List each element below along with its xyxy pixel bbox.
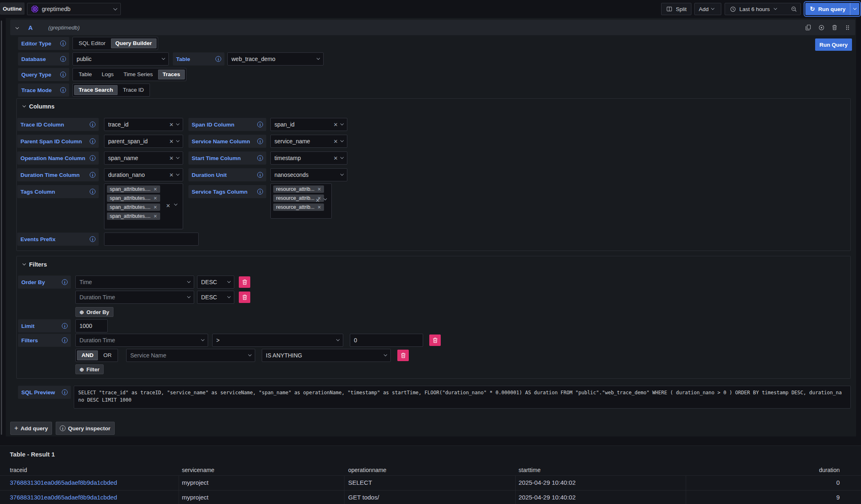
info-icon[interactable]: i <box>62 337 68 343</box>
query-type-traces[interactable]: Traces <box>158 70 185 79</box>
column-header-servicename[interactable]: servicename <box>182 465 338 475</box>
trace-mode-search[interactable]: Trace Search <box>74 85 118 95</box>
database-select[interactable]: public <box>73 52 169 66</box>
add-filter-button[interactable]: ⊕ Filter <box>75 364 104 374</box>
remove-chip-icon[interactable]: ✕ <box>317 205 321 210</box>
duplicate-query-icon[interactable] <box>804 24 812 31</box>
panel-run-query-button[interactable]: Run Query <box>815 38 852 51</box>
info-icon[interactable]: i <box>60 72 66 77</box>
column-header-operationname[interactable]: operationname <box>348 465 508 475</box>
trace-mode-id[interactable]: Trace ID <box>118 85 148 95</box>
drag-handle-icon[interactable] <box>844 24 851 31</box>
remove-order-by-button[interactable] <box>239 276 250 288</box>
info-icon[interactable]: i <box>60 41 66 46</box>
run-query-button[interactable]: ↻ Run query <box>805 3 850 15</box>
filter-operator-select[interactable]: > <box>212 334 343 347</box>
info-icon[interactable]: i <box>62 389 68 395</box>
remove-chip-icon[interactable]: ✕ <box>153 214 157 219</box>
or-option[interactable]: OR <box>99 350 116 360</box>
outline-tab[interactable]: Outline <box>0 2 25 15</box>
clear-all-icon[interactable]: ✕ <box>315 198 320 203</box>
clear-icon[interactable]: ✕ <box>169 156 174 161</box>
info-icon[interactable]: i <box>257 172 263 178</box>
order-by-direction-select[interactable]: DESC <box>197 276 234 289</box>
events-prefix-input[interactable] <box>104 233 199 246</box>
duration-unit-select[interactable]: nanoseconds <box>270 168 347 181</box>
remove-chip-icon[interactable]: ✕ <box>153 205 157 210</box>
add-order-by-button[interactable]: ⊕ Order By <box>75 307 113 317</box>
clear-all-icon[interactable]: ✕ <box>166 203 170 208</box>
operation-name-column-select[interactable]: span_name ✕ <box>104 151 183 165</box>
service-tags-multiselect[interactable]: resource_attrib...✕ resource_attrib...✕ … <box>270 183 332 219</box>
add-query-button[interactable]: + Add query <box>10 422 52 435</box>
clear-icon[interactable]: ✕ <box>169 139 174 144</box>
split-button[interactable]: Split <box>661 3 691 15</box>
run-query-dropdown[interactable] <box>850 3 859 15</box>
clear-icon[interactable]: ✕ <box>169 172 174 178</box>
time-range-picker[interactable]: Last 6 hours <box>725 3 788 15</box>
query-row-header[interactable]: A (greptimedb) <box>10 20 855 35</box>
info-icon[interactable]: i <box>90 172 95 178</box>
hide-response-eye-icon[interactable] <box>818 24 825 31</box>
service-name-column-select[interactable]: service_name ✕ <box>270 135 347 148</box>
parent-span-id-column-select[interactable]: parent_span_id ✕ <box>104 135 183 148</box>
order-by-direction-select-2[interactable]: DESC <box>197 291 234 304</box>
duration-time-column-select[interactable]: duration_nano ✕ <box>104 168 183 181</box>
query-type-logs[interactable]: Logs <box>97 70 118 79</box>
and-option[interactable]: AND <box>77 350 98 360</box>
info-icon[interactable]: i <box>60 56 66 62</box>
info-icon[interactable]: i <box>62 279 68 285</box>
info-icon[interactable]: i <box>60 87 66 93</box>
query-inspector-button[interactable]: i Query inspector <box>56 422 115 435</box>
filters-section-title[interactable]: Filters <box>23 260 47 269</box>
info-icon[interactable]: i <box>257 122 263 127</box>
trace-id-column-select[interactable]: trace_id ✕ <box>104 118 183 131</box>
query-type-table[interactable]: Table <box>74 70 96 79</box>
datasource-picker[interactable]: greptimedb <box>27 3 121 15</box>
editor-type-sql-option[interactable]: SQL Editor <box>74 38 110 48</box>
trace-id-link[interactable]: 3768831301ea0d65adaef8b9da1cbded <box>10 475 174 490</box>
info-icon[interactable]: i <box>257 189 263 194</box>
span-id-column-select[interactable]: span_id ✕ <box>270 118 347 131</box>
filter-value-input[interactable]: 0 <box>350 334 423 347</box>
column-header-traceid[interactable]: traceid <box>10 465 174 475</box>
filter-operator-select-2[interactable]: IS ANYTHING <box>262 349 391 362</box>
order-by-field-select-2[interactable]: Duration Time <box>75 291 194 304</box>
columns-section-title[interactable]: Columns <box>23 102 54 111</box>
info-icon[interactable]: i <box>90 236 95 242</box>
scroll-indicator[interactable] <box>1 20 2 435</box>
remove-filter-button-2[interactable] <box>397 350 409 361</box>
limit-input[interactable]: 1000 <box>75 319 108 332</box>
remove-filter-button[interactable] <box>429 334 441 346</box>
add-button[interactable]: Add <box>694 3 721 15</box>
editor-type-builder-option[interactable]: Query Builder <box>111 38 156 48</box>
remove-chip-icon[interactable]: ✕ <box>317 187 321 192</box>
column-header-starttime[interactable]: starttime <box>519 465 678 475</box>
info-icon[interactable]: i <box>90 138 95 144</box>
info-icon[interactable]: i <box>90 189 95 194</box>
trace-id-link[interactable]: 3768831301ea0d65adaef8b9da1cbded <box>10 490 174 504</box>
tags-column-multiselect[interactable]: span_attributes....✕ span_attributes....… <box>104 183 183 229</box>
clear-icon[interactable]: ✕ <box>333 122 338 127</box>
order-by-field-select[interactable]: Time <box>75 276 194 289</box>
info-icon[interactable]: i <box>90 122 95 127</box>
remove-query-trash-icon[interactable] <box>831 24 838 31</box>
clear-icon[interactable]: ✕ <box>333 139 338 144</box>
remove-chip-icon[interactable]: ✕ <box>153 196 157 201</box>
info-icon[interactable]: i <box>90 155 95 161</box>
info-icon[interactable]: i <box>62 323 68 329</box>
clear-icon[interactable]: ✕ <box>333 156 338 161</box>
remove-order-by-button-2[interactable] <box>239 292 250 303</box>
filter-field-select[interactable]: Duration Time <box>75 334 208 347</box>
table-select[interactable]: web_trace_demo <box>227 52 324 66</box>
info-icon[interactable]: i <box>257 155 263 161</box>
info-icon[interactable]: i <box>257 138 263 144</box>
column-header-duration[interactable]: duration <box>686 465 850 475</box>
info-icon[interactable]: i <box>215 56 221 62</box>
zoom-out-time-button[interactable] <box>787 3 801 15</box>
start-time-column-select[interactable]: timestamp ✕ <box>270 151 347 165</box>
remove-chip-icon[interactable]: ✕ <box>153 187 157 192</box>
filter-field-select-2[interactable]: Service Name <box>126 349 255 362</box>
clear-icon[interactable]: ✕ <box>169 122 174 127</box>
query-type-timeseries[interactable]: Time Series <box>119 70 158 79</box>
